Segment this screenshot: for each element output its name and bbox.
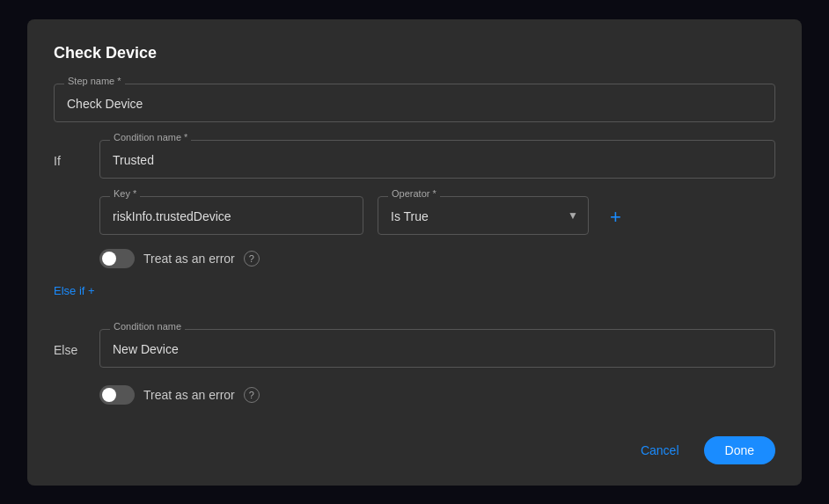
- else-condition-name-field: Condition name: [99, 329, 775, 368]
- key-operator-row: Key * Operator * Is True Is False Equals…: [99, 196, 775, 235]
- else-treat-as-error-help-icon[interactable]: ?: [244, 387, 260, 403]
- else-treat-as-error-toggle[interactable]: [99, 385, 135, 405]
- key-field: Key *: [99, 196, 363, 235]
- else-treat-as-error-label: Treat as an error: [143, 388, 235, 402]
- if-treat-as-error-toggle[interactable]: [99, 249, 135, 268]
- step-name-field: Step name *: [54, 84, 775, 122]
- if-treat-as-error-label: Treat as an error: [143, 252, 235, 266]
- operator-label: Operator *: [388, 188, 440, 199]
- key-label: Key *: [110, 188, 140, 199]
- else-condition-name-input[interactable]: [99, 329, 775, 368]
- operator-select[interactable]: Is True Is False Equals Not Equals: [378, 196, 589, 235]
- cancel-button[interactable]: Cancel: [627, 436, 693, 464]
- else-label: Else: [54, 343, 85, 357]
- else-toggle-thumb: [102, 388, 116, 402]
- add-condition-button[interactable]: +: [603, 201, 628, 234]
- step-name-input[interactable]: [54, 84, 775, 122]
- else-section: Else Condition name Treat as an error ?: [54, 329, 775, 408]
- if-condition-name-label: Condition name *: [110, 132, 191, 142]
- dialog-footer: Cancel Done: [54, 433, 775, 464]
- if-content: Condition name * Key * Operator * Is Tru…: [99, 140, 775, 272]
- check-device-dialog: Check Device Step name * If Condition na…: [27, 19, 802, 486]
- if-treat-as-error-row: Treat as an error ?: [99, 249, 775, 268]
- if-condition-name-input[interactable]: [99, 140, 775, 179]
- step-name-label: Step name *: [64, 76, 125, 86]
- else-if-section: Else if +: [54, 282, 775, 315]
- if-treat-as-error-help-icon[interactable]: ?: [244, 251, 260, 267]
- if-label: If: [54, 154, 85, 168]
- if-section: If Condition name * Key * Operator *: [54, 140, 775, 272]
- if-condition-name-field: Condition name *: [99, 140, 775, 179]
- done-button[interactable]: Done: [704, 436, 775, 464]
- else-content: Condition name Treat as an error ?: [99, 329, 775, 408]
- toggle-thumb: [102, 252, 116, 266]
- key-input[interactable]: [99, 196, 363, 235]
- else-treat-as-error-row: Treat as an error ?: [99, 385, 775, 405]
- else-condition-name-label: Condition name: [110, 321, 185, 332]
- else-if-button[interactable]: Else if +: [54, 284, 95, 297]
- dialog-title: Check Device: [54, 44, 775, 62]
- operator-field: Operator * Is True Is False Equals Not E…: [378, 196, 589, 235]
- modal-overlay: Check Device Step name * If Condition na…: [0, 0, 829, 504]
